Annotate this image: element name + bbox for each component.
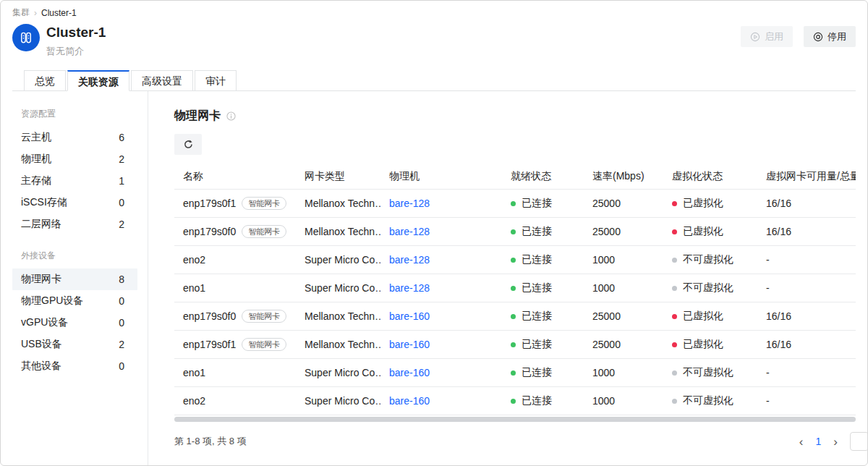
sidebar-item-vgpu[interactable]: vGPU设备0	[12, 312, 137, 334]
status-dot-connected	[511, 342, 516, 347]
virtualization-status-label: 已虚拟化	[683, 197, 723, 210]
sidebar: 资源配置云主机6物理机2主存储1iSCSI存储0二层网络2外接设备物理网卡8物理…	[1, 91, 148, 465]
info-circle-icon[interactable]	[226, 111, 236, 121]
capacity-cell: -	[757, 395, 856, 407]
column-header-virt: 虚拟化状态	[663, 170, 757, 183]
status-dot-connected	[511, 314, 516, 319]
column-header-capacity: 虚拟网卡可用量/总量	[757, 170, 856, 183]
speed-cell: 25000	[584, 226, 663, 237]
status-dot-connected	[511, 286, 516, 291]
host-link[interactable]: bare-160	[389, 395, 430, 407]
breadcrumb-parent[interactable]: 集群	[12, 7, 30, 19]
tab-advanced-settings[interactable]: 高级设置	[131, 70, 193, 91]
ready-status-label: 已连接	[522, 197, 552, 210]
status-dot-not-virtualizable	[672, 258, 677, 263]
host-link[interactable]: bare-128	[389, 282, 430, 294]
pagination: ‹ 1 ›	[799, 432, 856, 451]
virtualization-status-cell: 已虚拟化	[663, 338, 757, 351]
sidebar-item-host[interactable]: 物理机2	[12, 148, 137, 170]
sidebar-section: 外接设备物理网卡8物理GPU设备0vGPU设备0USB设备2其他设备0	[1, 250, 148, 377]
table-row[interactable]: enp179s0f1智能网卡Mellanox Techn…bare-128已连接…	[174, 189, 856, 217]
next-page-button[interactable]: ›	[833, 436, 838, 448]
host-link[interactable]: bare-128	[389, 198, 430, 209]
smart-nic-badge: 智能网卡	[242, 310, 286, 323]
table-row[interactable]: enp179s0f1智能网卡Mellanox Techn…bare-160已连接…	[174, 330, 856, 358]
host-link[interactable]: bare-160	[389, 339, 430, 350]
sidebar-item-label: 物理网卡	[21, 273, 61, 286]
tab-audit[interactable]: 审计	[195, 70, 237, 91]
breadcrumb-current: Cluster-1	[41, 8, 77, 18]
sidebar-item-l2-network[interactable]: 二层网络2	[12, 213, 137, 235]
status-dot-connected	[511, 201, 516, 206]
sidebar-item-vm-instance[interactable]: 云主机6	[12, 127, 137, 148]
host-cell: bare-128	[380, 226, 502, 237]
smart-nic-badge: 智能网卡	[242, 225, 286, 238]
ready-status-cell: 已连接	[502, 197, 584, 210]
nic-type-cell: Mellanox Techn…	[296, 198, 380, 209]
host-link[interactable]: bare-128	[389, 254, 430, 266]
sidebar-item-label: vGPU设备	[21, 316, 68, 329]
sidebar-section-title: 资源配置	[1, 108, 148, 120]
ready-status-label: 已连接	[522, 281, 552, 295]
sidebar-item-other-device[interactable]: 其他设备0	[12, 355, 137, 377]
sidebar-item-usb-device[interactable]: USB设备2	[12, 334, 137, 355]
sidebar-item-primary-storage[interactable]: 主存储1	[12, 170, 137, 192]
capacity-cell: -	[757, 367, 856, 378]
sidebar-item-label: 二层网络	[21, 218, 61, 231]
table-row[interactable]: enp179s0f0智能网卡Mellanox Techn…bare-128已连接…	[174, 217, 856, 245]
status-dot-connected	[511, 399, 516, 404]
table-row[interactable]: eno1Super Micro Co…bare-160已连接1000不可虚拟化-	[174, 358, 856, 386]
tab-overview[interactable]: 总览	[24, 70, 66, 91]
smart-nic-badge: 智能网卡	[242, 197, 286, 210]
nic-name: eno1	[183, 367, 205, 378]
status-dot-connected	[511, 370, 516, 376]
disable-button-label: 停用	[827, 30, 846, 43]
host-link[interactable]: bare-128	[389, 226, 430, 237]
page-title: Cluster-1	[46, 24, 106, 41]
capacity-cell: -	[757, 282, 856, 294]
virtualization-status-label: 已虚拟化	[683, 225, 723, 238]
horizontal-scrollbar[interactable]	[174, 417, 856, 422]
host-link[interactable]: bare-160	[389, 310, 430, 322]
ready-status-cell: 已连接	[502, 225, 584, 238]
tab-related-resources[interactable]: 关联资源	[67, 70, 129, 91]
virtualization-status-label: 不可虚拟化	[683, 394, 733, 407]
refresh-button[interactable]	[174, 134, 202, 155]
ready-status-cell: 已连接	[502, 253, 584, 266]
capacity-cell: -	[757, 254, 856, 266]
sidebar-item-physical-nic[interactable]: 物理网卡8	[12, 268, 137, 290]
breadcrumb: 集群 › Cluster-1	[12, 7, 856, 19]
host-link[interactable]: bare-160	[389, 367, 430, 378]
sidebar-item-count: 0	[119, 360, 124, 372]
sidebar-item-label: iSCSI存储	[21, 196, 67, 209]
sidebar-item-physical-gpu[interactable]: 物理GPU设备0	[12, 290, 137, 312]
nic-table: 名称网卡类型物理机就绪状态速率(Mbps)虚拟化状态虚拟网卡可用量/总量 enp…	[174, 164, 856, 422]
sidebar-item-count: 2	[119, 219, 124, 230]
current-page[interactable]: 1	[816, 436, 822, 447]
table-row[interactable]: eno2Super Micro Co…bare-128已连接1000不可虚拟化-	[174, 245, 856, 274]
virtualization-status-cell: 已虚拟化	[663, 225, 757, 238]
disable-button[interactable]: 停用	[804, 26, 856, 47]
virtualization-status-cell: 不可虚拟化	[663, 394, 757, 407]
table-row[interactable]: eno1Super Micro Co…bare-128已连接1000不可虚拟化-	[174, 274, 856, 302]
enable-button[interactable]: 启用	[741, 26, 793, 47]
page-size-select-partial[interactable]	[850, 432, 868, 451]
status-dot-connected	[511, 229, 516, 234]
table-row[interactable]: enp179s0f0智能网卡Mellanox Techn…bare-160已连接…	[174, 302, 856, 330]
prev-page-button[interactable]: ‹	[799, 436, 804, 448]
capacity-cell: 16/16	[757, 198, 856, 209]
nic-name: eno2	[183, 254, 205, 266]
table-row[interactable]: eno2Super Micro Co…bare-160已连接1000不可虚拟化-	[174, 386, 856, 415]
cluster-avatar	[12, 24, 40, 51]
host-cell: bare-128	[380, 254, 502, 266]
column-header-speed: 速率(Mbps)	[584, 170, 663, 183]
host-cell: bare-160	[380, 395, 502, 407]
nic-type-cell: Super Micro Co…	[296, 367, 380, 378]
nic-name-cell: enp179s0f0智能网卡	[174, 225, 296, 238]
pagination-summary: 第 1-8 项, 共 8 项	[174, 435, 247, 448]
sidebar-item-iscsi-storage[interactable]: iSCSI存储0	[12, 192, 137, 213]
sidebar-section: 资源配置云主机6物理机2主存储1iSCSI存储0二层网络2	[1, 108, 148, 235]
table-footer: 第 1-8 项, 共 8 项 ‹ 1 ›	[174, 432, 856, 451]
capacity-cell: 16/16	[757, 339, 856, 350]
capacity-cell: 16/16	[757, 226, 856, 237]
